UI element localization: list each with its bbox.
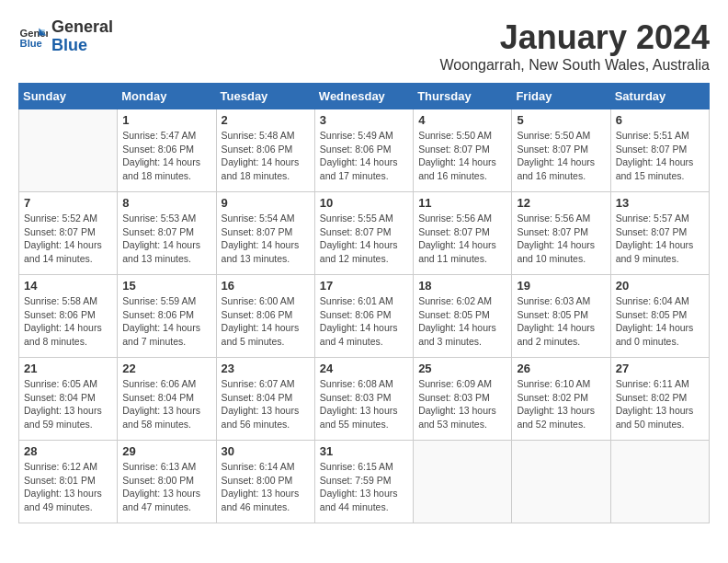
calendar-cell: [414, 441, 512, 523]
day-info: Sunrise: 6:10 AM Sunset: 8:02 PM Dayligh…: [517, 377, 605, 431]
day-info: Sunrise: 5:51 AM Sunset: 8:07 PM Dayligh…: [616, 129, 704, 183]
day-number: 7: [24, 196, 112, 210]
day-number: 27: [616, 362, 704, 375]
day-info: Sunrise: 6:06 AM Sunset: 8:04 PM Dayligh…: [122, 377, 210, 431]
calendar-cell: 20Sunrise: 6:04 AM Sunset: 8:05 PM Dayli…: [610, 275, 709, 358]
day-info: Sunrise: 6:03 AM Sunset: 8:05 PM Dayligh…: [517, 294, 605, 349]
day-number: 1: [122, 113, 210, 127]
day-info: Sunrise: 5:59 AM Sunset: 8:06 PM Dayligh…: [122, 294, 210, 349]
day-number: 5: [517, 113, 605, 127]
weekday-header-tuesday: Tuesday: [216, 84, 314, 109]
calendar-cell: 3Sunrise: 5:49 AM Sunset: 8:06 PM Daylig…: [314, 109, 413, 192]
calendar-cell: 31Sunrise: 6:15 AM Sunset: 7:59 PM Dayli…: [314, 441, 413, 523]
day-number: 3: [320, 113, 408, 127]
day-number: 11: [418, 196, 506, 210]
day-info: Sunrise: 6:12 AM Sunset: 8:01 PM Dayligh…: [24, 460, 112, 514]
weekday-header-saturday: Saturday: [610, 84, 709, 109]
calendar-cell: 21Sunrise: 6:05 AM Sunset: 8:04 PM Dayli…: [19, 358, 118, 441]
calendar-cell: 17Sunrise: 6:01 AM Sunset: 8:06 PM Dayli…: [314, 275, 413, 358]
calendar-cell: 24Sunrise: 6:08 AM Sunset: 8:03 PM Dayli…: [314, 358, 413, 441]
day-number: 6: [616, 113, 704, 127]
location-title: Woongarrah, New South Wales, Australia: [440, 57, 710, 74]
day-number: 30: [222, 444, 310, 458]
day-number: 31: [320, 444, 408, 458]
day-number: 19: [517, 279, 605, 293]
day-number: 21: [24, 362, 112, 375]
day-info: Sunrise: 6:14 AM Sunset: 8:00 PM Dayligh…: [222, 460, 310, 514]
calendar-week-1: 1Sunrise: 5:47 AM Sunset: 8:06 PM Daylig…: [19, 109, 710, 192]
calendar-cell: 8Sunrise: 5:53 AM Sunset: 8:07 PM Daylig…: [118, 192, 216, 275]
day-info: Sunrise: 6:11 AM Sunset: 8:02 PM Dayligh…: [616, 377, 704, 431]
logo-blue: Blue: [51, 37, 113, 55]
calendar-cell: 13Sunrise: 5:57 AM Sunset: 8:07 PM Dayli…: [610, 192, 709, 275]
day-info: Sunrise: 6:00 AM Sunset: 8:06 PM Dayligh…: [222, 294, 310, 349]
day-info: Sunrise: 5:52 AM Sunset: 8:07 PM Dayligh…: [24, 212, 112, 266]
calendar-cell: 5Sunrise: 5:50 AM Sunset: 8:07 PM Daylig…: [512, 109, 610, 192]
day-number: 13: [616, 196, 704, 210]
day-info: Sunrise: 6:01 AM Sunset: 8:06 PM Dayligh…: [320, 294, 408, 349]
calendar-cell: 18Sunrise: 6:02 AM Sunset: 8:05 PM Dayli…: [414, 275, 512, 358]
day-info: Sunrise: 6:05 AM Sunset: 8:04 PM Dayligh…: [24, 377, 112, 431]
page-header: General Blue General Blue January 2024 W…: [18, 18, 710, 74]
calendar-cell: [19, 109, 118, 192]
day-number: 15: [122, 279, 210, 293]
day-info: Sunrise: 5:53 AM Sunset: 8:07 PM Dayligh…: [122, 212, 210, 266]
calendar-cell: 7Sunrise: 5:52 AM Sunset: 8:07 PM Daylig…: [19, 192, 118, 275]
day-info: Sunrise: 5:56 AM Sunset: 8:07 PM Dayligh…: [517, 212, 605, 266]
calendar-week-2: 7Sunrise: 5:52 AM Sunset: 8:07 PM Daylig…: [19, 192, 710, 275]
calendar-cell: [512, 441, 610, 523]
day-number: 28: [24, 444, 112, 458]
calendar-cell: 23Sunrise: 6:07 AM Sunset: 8:04 PM Dayli…: [216, 358, 314, 441]
day-info: Sunrise: 5:58 AM Sunset: 8:06 PM Dayligh…: [24, 294, 112, 349]
title-block: January 2024 Woongarrah, New South Wales…: [440, 18, 710, 74]
day-info: Sunrise: 6:02 AM Sunset: 8:05 PM Dayligh…: [418, 294, 506, 349]
weekday-header-friday: Friday: [512, 84, 610, 109]
day-number: 12: [517, 196, 605, 210]
day-info: Sunrise: 5:49 AM Sunset: 8:06 PM Dayligh…: [320, 129, 408, 183]
day-number: 29: [122, 444, 210, 458]
calendar-header: SundayMondayTuesdayWednesdayThursdayFrid…: [19, 84, 710, 109]
calendar-cell: 12Sunrise: 5:56 AM Sunset: 8:07 PM Dayli…: [512, 192, 610, 275]
day-number: 22: [122, 362, 210, 375]
day-number: 24: [320, 362, 408, 375]
calendar-cell: 16Sunrise: 6:00 AM Sunset: 8:06 PM Dayli…: [216, 275, 314, 358]
day-number: 8: [122, 196, 210, 210]
calendar-cell: 15Sunrise: 5:59 AM Sunset: 8:06 PM Dayli…: [118, 275, 216, 358]
day-info: Sunrise: 6:13 AM Sunset: 8:00 PM Dayligh…: [122, 460, 210, 514]
calendar-cell: 6Sunrise: 5:51 AM Sunset: 8:07 PM Daylig…: [610, 109, 709, 192]
logo-icon: General Blue: [18, 22, 48, 52]
calendar-week-3: 14Sunrise: 5:58 AM Sunset: 8:06 PM Dayli…: [19, 275, 710, 358]
day-info: Sunrise: 5:57 AM Sunset: 8:07 PM Dayligh…: [616, 212, 704, 266]
calendar-table: SundayMondayTuesdayWednesdayThursdayFrid…: [18, 83, 710, 523]
calendar-cell: [610, 441, 709, 523]
logo-general: General: [51, 18, 113, 37]
day-info: Sunrise: 6:09 AM Sunset: 8:03 PM Dayligh…: [418, 377, 506, 431]
day-info: Sunrise: 5:54 AM Sunset: 8:07 PM Dayligh…: [222, 212, 310, 266]
calendar-cell: 1Sunrise: 5:47 AM Sunset: 8:06 PM Daylig…: [118, 109, 216, 192]
day-info: Sunrise: 5:55 AM Sunset: 8:07 PM Dayligh…: [320, 212, 408, 266]
day-info: Sunrise: 5:50 AM Sunset: 8:07 PM Dayligh…: [418, 129, 506, 183]
day-info: Sunrise: 5:47 AM Sunset: 8:06 PM Dayligh…: [122, 129, 210, 183]
calendar-cell: 10Sunrise: 5:55 AM Sunset: 8:07 PM Dayli…: [314, 192, 413, 275]
day-info: Sunrise: 5:50 AM Sunset: 8:07 PM Dayligh…: [517, 129, 605, 183]
weekday-header-thursday: Thursday: [414, 84, 512, 109]
calendar-cell: 29Sunrise: 6:13 AM Sunset: 8:00 PM Dayli…: [118, 441, 216, 523]
day-number: 16: [222, 279, 310, 293]
logo: General Blue General Blue: [18, 18, 113, 55]
calendar-cell: 30Sunrise: 6:14 AM Sunset: 8:00 PM Dayli…: [216, 441, 314, 523]
weekday-header-wednesday: Wednesday: [314, 84, 413, 109]
day-info: Sunrise: 5:56 AM Sunset: 8:07 PM Dayligh…: [418, 212, 506, 266]
calendar-cell: 27Sunrise: 6:11 AM Sunset: 8:02 PM Dayli…: [610, 358, 709, 441]
day-number: 17: [320, 279, 408, 293]
calendar-cell: 26Sunrise: 6:10 AM Sunset: 8:02 PM Dayli…: [512, 358, 610, 441]
calendar-cell: 28Sunrise: 6:12 AM Sunset: 8:01 PM Dayli…: [19, 441, 118, 523]
day-number: 14: [24, 279, 112, 293]
calendar-cell: 25Sunrise: 6:09 AM Sunset: 8:03 PM Dayli…: [414, 358, 512, 441]
calendar-cell: 11Sunrise: 5:56 AM Sunset: 8:07 PM Dayli…: [414, 192, 512, 275]
day-info: Sunrise: 6:08 AM Sunset: 8:03 PM Dayligh…: [320, 377, 408, 431]
calendar-cell: 2Sunrise: 5:48 AM Sunset: 8:06 PM Daylig…: [216, 109, 314, 192]
calendar-cell: 4Sunrise: 5:50 AM Sunset: 8:07 PM Daylig…: [414, 109, 512, 192]
calendar-cell: 14Sunrise: 5:58 AM Sunset: 8:06 PM Dayli…: [19, 275, 118, 358]
calendar-cell: 9Sunrise: 5:54 AM Sunset: 8:07 PM Daylig…: [216, 192, 314, 275]
day-number: 2: [222, 113, 310, 127]
